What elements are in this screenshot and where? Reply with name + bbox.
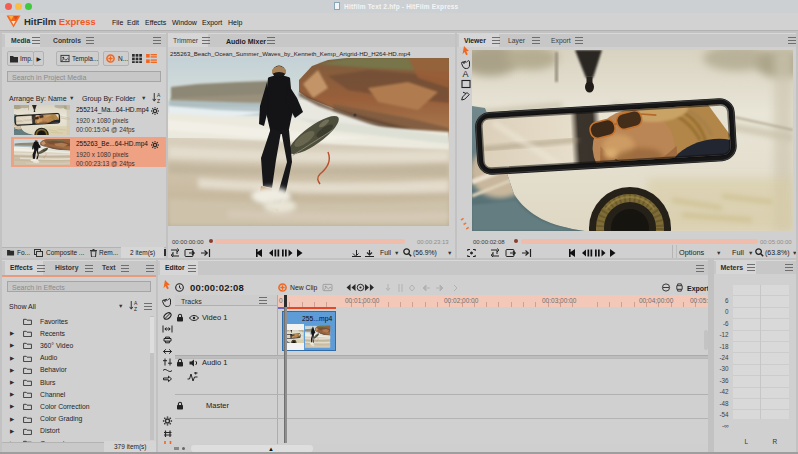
svg-text:A: A <box>157 93 161 98</box>
svg-text:A: A <box>134 301 138 306</box>
svg-text:Z: Z <box>134 307 137 311</box>
svg-text:A: A <box>463 69 469 79</box>
svg-text:Z: Z <box>157 99 160 103</box>
